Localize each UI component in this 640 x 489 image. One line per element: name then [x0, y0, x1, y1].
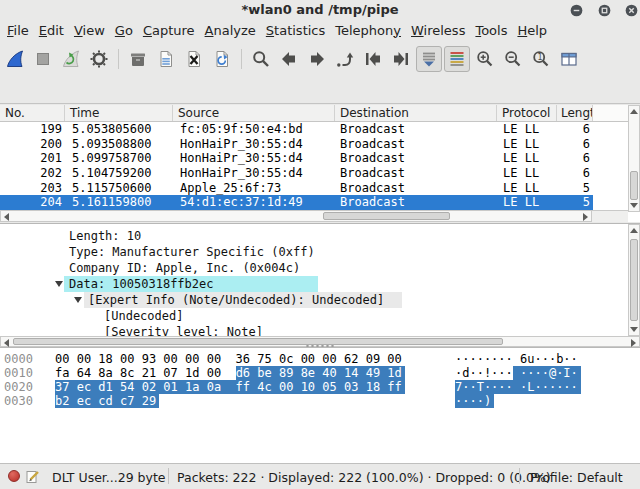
vscroll-thumb[interactable] — [630, 239, 638, 321]
filter-bar: Apply a display filter ... <Ctrl-/> Expr… — [0, 75, 640, 104]
ascii-segment[interactable]: ····@·I· — [513, 366, 581, 380]
hex-row-0030[interactable]: 0030b2 ec cd c7 29····) — [0, 394, 640, 408]
menu-telephony[interactable]: Telephony — [330, 21, 406, 40]
auto-scroll-icon[interactable] — [416, 46, 442, 72]
packet-row-202[interactable]: 2025.104759200HonHaiPr_30:55:d4Broadcast… — [0, 166, 593, 181]
packet-list-vscrollbar[interactable] — [628, 105, 640, 212]
menu-view[interactable]: View — [69, 21, 110, 40]
scroll-down-icon[interactable] — [630, 327, 638, 332]
column-header-extra — [593, 105, 628, 121]
cell-destination: Broadcast — [340, 166, 405, 181]
scroll-down-icon[interactable] — [630, 203, 638, 208]
menu-statistics[interactable]: Statistics — [261, 21, 330, 40]
column-header-destination[interactable]: Destination — [335, 105, 497, 121]
start-capture-icon[interactable] — [2, 46, 28, 72]
cell-time: 5.104759200 — [72, 166, 151, 181]
ascii-bytes[interactable]: 7··T···· ·L······ — [455, 380, 581, 394]
menu-wireless[interactable]: Wireless — [406, 21, 470, 40]
resize-columns-icon[interactable] — [556, 46, 582, 72]
hscroll-thumb[interactable] — [323, 212, 450, 220]
vscroll-thumb[interactable] — [630, 171, 638, 200]
menu-file[interactable]: File — [2, 21, 34, 40]
detail-line[interactable]: Type: Manufacturer Specific (0xff) — [0, 244, 620, 260]
ascii-segment[interactable]: ········ 6u···b·· — [455, 352, 578, 366]
detail-line[interactable]: Data: 10050318ffb2ec — [0, 276, 620, 292]
hex-row-0000[interactable]: 000000 00 18 00 93 00 00 00 36 75 0c 00 … — [0, 352, 640, 366]
hex-segment[interactable]: b2 ec cd c7 29 — [55, 394, 159, 408]
ascii-bytes[interactable]: ········ 6u···b·· — [455, 352, 578, 366]
packet-row-200[interactable]: 2005.093508800HonHaiPr_30:55:d4Broadcast… — [0, 137, 593, 152]
capture-options-icon[interactable] — [86, 46, 112, 72]
menu-capture[interactable]: Capture — [138, 21, 200, 40]
hscroll-thumb[interactable] — [13, 338, 503, 345]
close-icon[interactable] — [625, 2, 638, 15]
detail-vscrollbar[interactable] — [628, 224, 640, 336]
close-file-icon[interactable] — [181, 46, 207, 72]
scroll-left-icon[interactable] — [4, 339, 9, 347]
menu-help[interactable]: Help — [512, 21, 552, 40]
go-forward-icon[interactable] — [304, 46, 330, 72]
cell-time: 5.093508800 — [72, 137, 151, 152]
column-header-source[interactable]: Source — [173, 105, 335, 121]
hex-segment[interactable]: 37 ec d1 54 02 01 1a 0a ff 4c 00 10 05 0… — [55, 380, 405, 394]
ascii-segment[interactable]: ····) — [455, 394, 494, 408]
hex-bytes[interactable]: fa 64 8a 8c 21 07 1d 00 d6 be 89 8e 40 1… — [55, 366, 405, 380]
packet-row-199[interactable]: 1995.053805600fc:05:9f:50:e4:bdBroadcast… — [0, 122, 593, 137]
save-file-icon[interactable] — [153, 46, 179, 72]
column-header-no[interactable]: No. — [0, 105, 65, 121]
first-packet-icon[interactable] — [360, 46, 386, 72]
scroll-up-icon[interactable] — [630, 228, 638, 233]
ascii-bytes[interactable]: ····) — [455, 394, 494, 408]
zoom-in-icon[interactable] — [472, 46, 498, 72]
packet-list-hscrollbar[interactable] — [0, 210, 592, 222]
hex-bytes[interactable]: 37 ec d1 54 02 01 1a 0a ff 4c 00 10 05 0… — [55, 380, 405, 394]
packet-row-204[interactable]: 2045.16115980054:d1:ec:37:1d:49Broadcast… — [0, 195, 593, 210]
detail-line[interactable]: Length: 10 — [0, 228, 620, 244]
packet-row-201[interactable]: 2015.099758700HonHaiPr_30:55:d4Broadcast… — [0, 151, 593, 166]
expander-icon[interactable] — [55, 281, 63, 287]
status-profile[interactable]: Profile: Default — [530, 470, 623, 485]
menu-analyze[interactable]: Analyze — [200, 21, 261, 40]
zoom-out-icon[interactable] — [500, 46, 526, 72]
hex-bytes[interactable]: 00 00 18 00 93 00 00 00 36 75 0c 00 00 6… — [55, 352, 402, 366]
detail-line[interactable]: Company ID: Apple, Inc. (0x004c) — [0, 260, 620, 276]
capture-comment-icon[interactable] — [26, 469, 40, 488]
scroll-right-icon[interactable] — [631, 339, 636, 347]
go-to-packet-icon[interactable] — [332, 46, 358, 72]
expert-info-icon[interactable] — [8, 470, 20, 482]
ascii-bytes[interactable]: ·d··!··· ····@·I· — [455, 366, 581, 380]
zoom-original-icon[interactable]: 1 — [528, 46, 554, 72]
open-file-icon[interactable] — [125, 46, 151, 72]
hex-bytes[interactable]: b2 ec cd c7 29 — [55, 394, 159, 408]
menu-tools[interactable]: Tools — [470, 21, 512, 40]
go-back-icon[interactable] — [276, 46, 302, 72]
scroll-left-icon[interactable] — [4, 213, 9, 221]
detail-line[interactable]: [Undecoded] — [0, 308, 620, 324]
column-header-time[interactable]: Time — [65, 105, 173, 121]
expander-icon[interactable] — [74, 297, 82, 303]
ascii-segment[interactable]: ·d··!··· — [455, 366, 513, 380]
colorize-packets-icon[interactable] — [444, 46, 470, 72]
ascii-segment[interactable]: 7··T···· ·L······ — [455, 380, 581, 394]
hex-row-0010[interactable]: 0010fa 64 8a 8c 21 07 1d 00 d6 be 89 8e … — [0, 366, 640, 380]
column-header-length[interactable]: Length — [557, 105, 593, 121]
detail-line[interactable]: [Expert Info (Note/Undecoded): Undecoded… — [0, 292, 620, 308]
minimize-icon[interactable] — [570, 2, 583, 15]
stop-capture-icon[interactable] — [30, 46, 56, 72]
scroll-up-icon[interactable] — [630, 109, 638, 114]
last-packet-icon[interactable] — [388, 46, 414, 72]
maximize-icon[interactable] — [598, 2, 611, 15]
hex-segment[interactable]: fa 64 8a 8c 21 07 1d 00 — [55, 366, 236, 380]
status-capture-info[interactable]: DLT User...29 byte — [52, 470, 166, 485]
find-packet-icon[interactable] — [248, 46, 274, 72]
scroll-right-icon[interactable] — [583, 213, 588, 221]
hex-row-0020[interactable]: 002037 ec d1 54 02 01 1a 0a ff 4c 00 10 … — [0, 380, 640, 394]
reload-file-icon[interactable] — [209, 46, 235, 72]
restart-capture-icon[interactable] — [58, 46, 84, 72]
packet-row-203[interactable]: 2035.115750600Apple_25:6f:73BroadcastLE … — [0, 181, 593, 196]
hex-segment[interactable]: 00 00 18 00 93 00 00 00 36 75 0c 00 00 6… — [55, 352, 402, 366]
menu-edit[interactable]: Edit — [34, 21, 69, 40]
menu-go[interactable]: Go — [110, 21, 138, 40]
hex-segment[interactable]: d6 be 89 8e 40 14 49 1d — [236, 366, 405, 380]
column-header-protocol[interactable]: Protocol — [497, 105, 557, 121]
